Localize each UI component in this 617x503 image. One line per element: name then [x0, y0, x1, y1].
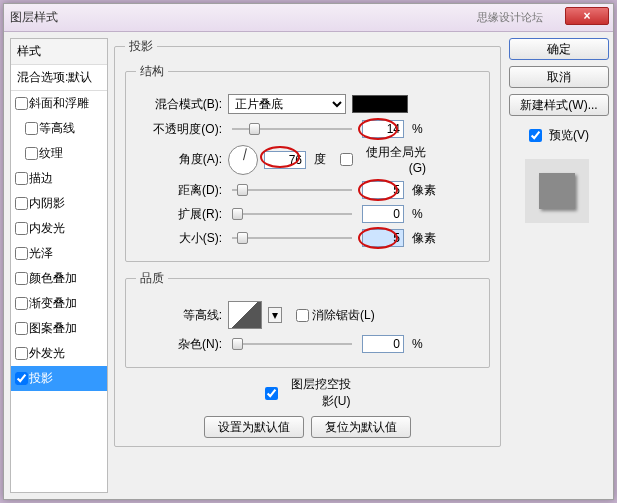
size-slider[interactable]	[232, 237, 352, 239]
knockout-row: 图层挖空投影(U)	[125, 376, 490, 410]
layer-style-dialog: 图层样式 思缘设计论坛 × 样式 混合选项:默认 斜面和浮雕等高线纹理描边内阴影…	[3, 3, 614, 500]
new-style-button[interactable]: 新建样式(W)...	[509, 94, 609, 116]
size-unit: 像素	[412, 230, 436, 247]
sidebar-item-8[interactable]: 渐变叠加	[11, 291, 107, 316]
distance-unit: 像素	[412, 182, 436, 199]
angle-dial[interactable]	[228, 145, 258, 175]
sidebar-checkbox[interactable]	[15, 222, 28, 235]
blend-mode-select[interactable]: 正片叠底	[228, 94, 346, 114]
sidebar-item-label: 斜面和浮雕	[29, 95, 89, 112]
sidebar-checkbox[interactable]	[15, 322, 28, 335]
sidebar-item-label: 外发光	[29, 345, 65, 362]
antialias-checkbox[interactable]: 消除锯齿(L)	[296, 307, 382, 324]
contour-row: 等高线: ▾ 消除锯齿(L)	[136, 301, 479, 329]
sidebar-item-1[interactable]: 等高线	[11, 116, 107, 141]
sidebar-item-label: 等高线	[39, 120, 75, 137]
sidebar-checkbox[interactable]	[15, 197, 28, 210]
sidebar-checkbox[interactable]	[15, 372, 28, 385]
sidebar-item-5[interactable]: 内发光	[11, 216, 107, 241]
sidebar-item-10[interactable]: 外发光	[11, 341, 107, 366]
distance-slider[interactable]	[232, 189, 352, 191]
opacity-row: 不透明度(O): %	[136, 120, 479, 138]
style-sidebar: 样式 混合选项:默认 斜面和浮雕等高线纹理描边内阴影内发光光泽颜色叠加渐变叠加图…	[10, 38, 108, 493]
sidebar-item-label: 渐变叠加	[29, 295, 77, 312]
noise-label: 杂色(N):	[136, 336, 222, 353]
opacity-input[interactable]	[362, 120, 404, 138]
structure-group: 结构 混合模式(B): 正片叠底 不透明度(O):	[125, 63, 490, 262]
opacity-slider[interactable]	[232, 128, 352, 130]
sidebar-item-label: 纹理	[39, 145, 63, 162]
sidebar-checkbox[interactable]	[15, 172, 28, 185]
size-input[interactable]	[362, 229, 404, 247]
right-column: 确定 取消 新建样式(W)... 预览(V)	[507, 38, 607, 493]
preview-swatch	[525, 159, 589, 223]
sidebar-header[interactable]: 样式	[11, 39, 107, 65]
reset-default-button[interactable]: 复位为默认值	[311, 416, 411, 438]
sidebar-item-0[interactable]: 斜面和浮雕	[11, 91, 107, 116]
angle-input[interactable]	[264, 151, 306, 169]
sidebar-item-label: 内发光	[29, 220, 65, 237]
sidebar-item-3[interactable]: 描边	[11, 166, 107, 191]
noise-input[interactable]	[362, 335, 404, 353]
blend-mode-label: 混合模式(B):	[136, 96, 222, 113]
sidebar-checkbox[interactable]	[15, 297, 28, 310]
noise-row: 杂色(N): %	[136, 335, 479, 353]
spread-unit: %	[412, 207, 423, 221]
sidebar-item-11[interactable]: 投影	[11, 366, 107, 391]
spread-label: 扩展(R):	[136, 206, 222, 223]
spread-row: 扩展(R): %	[136, 205, 479, 223]
shadow-color-swatch[interactable]	[352, 95, 408, 113]
angle-unit: 度	[314, 151, 326, 168]
sidebar-checkbox[interactable]	[25, 147, 38, 160]
panel-fieldset: 投影 结构 混合模式(B): 正片叠底 不透明度(O):	[114, 38, 501, 447]
structure-legend: 结构	[136, 63, 168, 80]
sidebar-item-4[interactable]: 内阴影	[11, 191, 107, 216]
preview-checkbox[interactable]: 预览(V)	[507, 126, 607, 145]
knockout-checkbox[interactable]: 图层挖空投影(U)	[265, 376, 351, 410]
distance-input[interactable]	[362, 181, 404, 199]
noise-slider[interactable]	[232, 343, 352, 345]
ok-button[interactable]: 确定	[509, 38, 609, 60]
sidebar-checkbox[interactable]	[15, 347, 28, 360]
spread-slider[interactable]	[232, 213, 352, 215]
watermark-text: 思缘设计论坛	[477, 10, 543, 25]
sidebar-item-7[interactable]: 颜色叠加	[11, 266, 107, 291]
sidebar-item-9[interactable]: 图案叠加	[11, 316, 107, 341]
contour-label: 等高线:	[136, 307, 222, 324]
slider-thumb[interactable]	[237, 184, 248, 196]
sidebar-item-2[interactable]: 纹理	[11, 141, 107, 166]
window-title: 图层样式	[10, 9, 58, 26]
main-panel: 投影 结构 混合模式(B): 正片叠底 不透明度(O):	[114, 38, 501, 493]
size-row: 大小(S): 像素	[136, 229, 479, 247]
sidebar-item-6[interactable]: 光泽	[11, 241, 107, 266]
sidebar-item-label: 光泽	[29, 245, 53, 262]
cancel-button[interactable]: 取消	[509, 66, 609, 88]
preview-inner	[539, 173, 575, 209]
sidebar-blend-options[interactable]: 混合选项:默认	[11, 65, 107, 91]
global-light-checkbox[interactable]: 使用全局光(G)	[340, 144, 426, 175]
sidebar-item-label: 投影	[29, 370, 53, 387]
spread-input[interactable]	[362, 205, 404, 223]
size-label: 大小(S):	[136, 230, 222, 247]
angle-label: 角度(A):	[136, 151, 222, 168]
quality-group: 品质 等高线: ▾ 消除锯齿(L) 杂色(N):	[125, 270, 490, 368]
slider-thumb[interactable]	[232, 338, 243, 350]
set-default-button[interactable]: 设置为默认值	[204, 416, 304, 438]
close-button[interactable]: ×	[565, 7, 609, 25]
sidebar-checkbox[interactable]	[25, 122, 38, 135]
panel-title: 投影	[125, 38, 157, 55]
sidebar-item-label: 描边	[29, 170, 53, 187]
quality-legend: 品质	[136, 270, 168, 287]
noise-unit: %	[412, 337, 423, 351]
slider-thumb[interactable]	[232, 208, 243, 220]
slider-thumb[interactable]	[249, 123, 260, 135]
angle-row: 角度(A): 度 使用全局光(G)	[136, 144, 479, 175]
contour-picker[interactable]	[228, 301, 262, 329]
slider-thumb[interactable]	[237, 232, 248, 244]
sidebar-checkbox[interactable]	[15, 272, 28, 285]
chevron-down-icon[interactable]: ▾	[268, 307, 282, 323]
sidebar-checkbox[interactable]	[15, 97, 28, 110]
sidebar-checkbox[interactable]	[15, 247, 28, 260]
opacity-unit: %	[412, 122, 423, 136]
distance-label: 距离(D):	[136, 182, 222, 199]
